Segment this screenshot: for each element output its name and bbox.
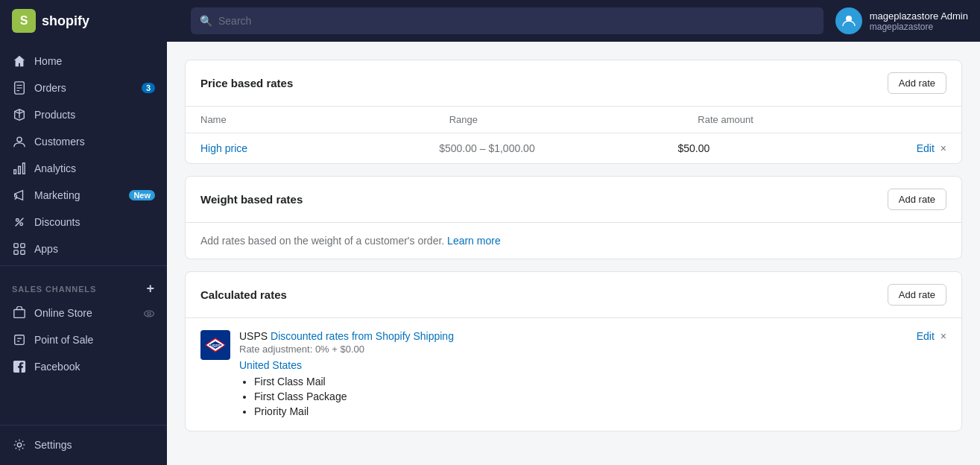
sidebar-item-apps[interactable]: Apps bbox=[0, 235, 167, 262]
sidebar-item-facebook[interactable]: Facebook bbox=[0, 353, 167, 380]
weight-based-rates-card: Weight based rates Add rate Add rates ba… bbox=[185, 176, 962, 259]
delete-rate-button[interactable]: × bbox=[941, 143, 946, 154]
add-sales-channel-icon[interactable]: + bbox=[147, 281, 155, 297]
products-icon bbox=[12, 107, 27, 122]
sidebar-item-point-of-sale[interactable]: Point of Sale bbox=[0, 326, 167, 353]
weight-rates-body: Add rates based on the weight of a custo… bbox=[186, 223, 961, 259]
svg-rect-16 bbox=[21, 244, 25, 247]
svg-line-7 bbox=[19, 112, 24, 114]
svg-point-12 bbox=[16, 219, 19, 222]
pos-icon bbox=[12, 332, 27, 347]
marketing-icon bbox=[12, 188, 27, 203]
rate-name-link[interactable]: High price bbox=[200, 142, 439, 154]
calculated-rates-title: Calculated rates bbox=[200, 288, 287, 301]
sidebar-item-label: Analytics bbox=[34, 162, 155, 174]
shopify-shipping-link[interactable]: Discounted rates from Shopify Shipping bbox=[271, 330, 454, 342]
sidebar-item-online-store[interactable]: Online Store bbox=[0, 300, 167, 326]
delete-calculated-rate-button[interactable]: × bbox=[941, 331, 946, 341]
rate-amount: $50.00 bbox=[677, 142, 916, 154]
logo-text: shopify bbox=[42, 13, 89, 29]
sidebar-item-discounts[interactable]: Discounts bbox=[0, 209, 167, 235]
calculated-rates-card: Calculated rates Add rate USPS bbox=[185, 271, 962, 431]
sidebar-item-label: Customers bbox=[34, 136, 155, 148]
sidebar-item-label: Facebook bbox=[34, 361, 155, 373]
svg-point-21 bbox=[148, 312, 151, 315]
sidebar-item-orders[interactable]: Orders 3 bbox=[0, 75, 167, 101]
sidebar-item-analytics[interactable]: Analytics bbox=[0, 155, 167, 182]
shopify-logo-icon: S bbox=[12, 9, 36, 33]
list-item: Priority Mail bbox=[254, 404, 454, 419]
topbar: S shopify 🔍 mageplazastore Admin magepla… bbox=[0, 0, 980, 42]
svg-point-8 bbox=[17, 137, 22, 142]
svg-rect-22 bbox=[15, 335, 25, 345]
table-header: Name Range Rate amount bbox=[186, 107, 961, 133]
sidebar-item-label: Marketing bbox=[34, 189, 121, 201]
list-item: First Class Package bbox=[254, 389, 454, 404]
card-header: Calculated rates Add rate bbox=[186, 272, 961, 318]
calc-item-details: USPS Discounted rates from Shopify Shipp… bbox=[239, 330, 454, 419]
user-name: mageplazastore Admin bbox=[870, 10, 968, 22]
eye-icon[interactable] bbox=[143, 306, 155, 319]
svg-rect-17 bbox=[14, 250, 18, 254]
sidebar-item-label: Settings bbox=[34, 439, 155, 451]
row-actions: Edit × bbox=[917, 330, 946, 342]
analytics-icon bbox=[12, 161, 27, 176]
online-store-icon bbox=[12, 306, 27, 320]
sidebar-item-label: Apps bbox=[34, 243, 155, 255]
facebook-icon bbox=[12, 359, 27, 374]
calculated-rate-item: USPS USPS Discounted rates from Shopify … bbox=[186, 318, 961, 431]
price-based-rates-card: Price based rates Add rate Name Range Ra… bbox=[185, 60, 962, 164]
sidebar-item-marketing[interactable]: Marketing New bbox=[0, 182, 167, 209]
svg-rect-10 bbox=[19, 166, 21, 174]
orders-icon bbox=[12, 80, 27, 95]
avatar bbox=[835, 7, 862, 34]
marketing-badge-new: New bbox=[129, 190, 155, 200]
weight-rates-info: Add rates based on the weight of a custo… bbox=[200, 235, 946, 247]
user-info: mageplazastore Admin mageplazastore bbox=[870, 10, 968, 32]
user-area: mageplazastore Admin mageplazastore bbox=[835, 7, 968, 34]
svg-rect-18 bbox=[21, 250, 25, 254]
svg-rect-11 bbox=[23, 163, 25, 174]
orders-badge: 3 bbox=[142, 83, 155, 93]
discounts-icon bbox=[12, 215, 27, 230]
sidebar-item-label: Orders bbox=[34, 82, 134, 94]
calc-item-title: USPS Discounted rates from Shopify Shipp… bbox=[239, 330, 454, 342]
calc-item-header: USPS USPS Discounted rates from Shopify … bbox=[200, 330, 946, 419]
usps-logo: USPS bbox=[200, 330, 230, 360]
search-input[interactable] bbox=[218, 15, 815, 27]
edit-calculated-rate-link[interactable]: Edit bbox=[917, 330, 935, 342]
card-header: Weight based rates Add rate bbox=[186, 177, 961, 223]
sidebar-item-label: Discounts bbox=[34, 216, 155, 228]
sidebar-item-settings[interactable]: Settings bbox=[0, 431, 167, 458]
svg-point-25 bbox=[17, 443, 21, 446]
list-item: First Class Mail bbox=[254, 374, 454, 389]
svg-rect-19 bbox=[14, 310, 25, 318]
calc-item-region[interactable]: United States bbox=[239, 359, 454, 371]
add-price-rate-button[interactable]: Add rate bbox=[888, 72, 946, 94]
table-row: High price $500.00 – $1,000.00 $50.00 Ed… bbox=[186, 133, 961, 163]
main-content: Price based rates Add rate Name Range Ra… bbox=[167, 42, 980, 465]
search-bar[interactable]: 🔍 bbox=[191, 7, 823, 34]
col-range: Range bbox=[449, 114, 698, 125]
sidebar-item-customers[interactable]: Customers bbox=[0, 128, 167, 155]
svg-line-6 bbox=[15, 112, 19, 114]
weight-based-rates-title: Weight based rates bbox=[200, 193, 303, 206]
calc-item-left: USPS USPS Discounted rates from Shopify … bbox=[200, 330, 454, 419]
calc-item-subtitle: Rate adjustment: 0% + $0.00 bbox=[239, 344, 454, 355]
sidebar-item-label: Home bbox=[34, 55, 155, 67]
add-calculated-rate-button[interactable]: Add rate bbox=[888, 284, 946, 306]
card-header: Price based rates Add rate bbox=[186, 60, 961, 107]
sidebar-item-label: Online Store bbox=[34, 307, 136, 319]
sidebar: Home Orders 3 Products Customers Analyti… bbox=[0, 42, 167, 465]
col-rate-amount: Rate amount bbox=[698, 114, 946, 125]
svg-rect-15 bbox=[14, 244, 18, 247]
add-weight-rate-button[interactable]: Add rate bbox=[888, 189, 946, 210]
col-name: Name bbox=[200, 114, 449, 125]
rate-range: $500.00 – $1,000.00 bbox=[439, 142, 677, 154]
edit-rate-link[interactable]: Edit bbox=[917, 142, 935, 154]
sidebar-item-products[interactable]: Products bbox=[0, 101, 167, 128]
sidebar-item-home[interactable]: Home bbox=[0, 48, 167, 75]
svg-text:USPS: USPS bbox=[210, 344, 221, 348]
learn-more-link[interactable]: Learn more bbox=[447, 235, 501, 247]
sidebar-item-label: Products bbox=[34, 109, 155, 121]
